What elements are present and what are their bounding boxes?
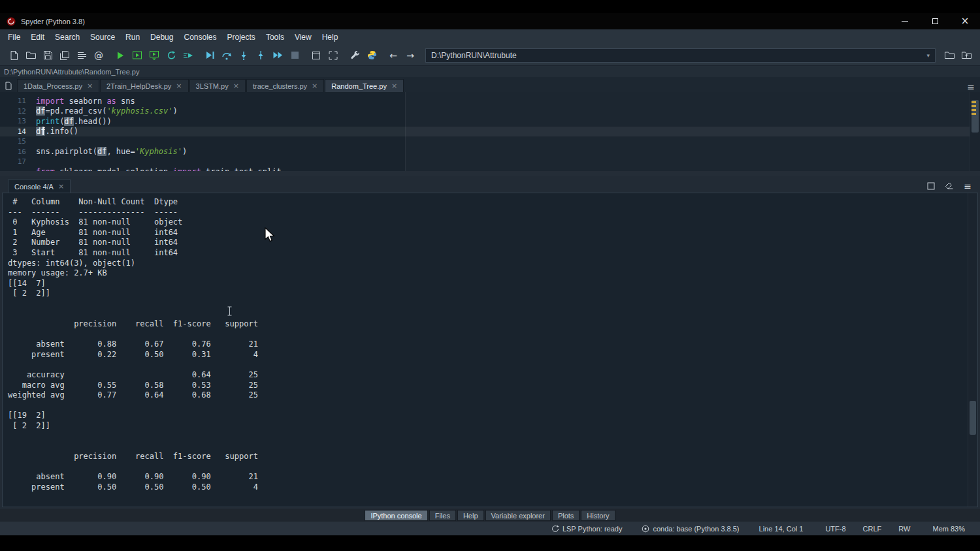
file-switcher-icon[interactable]	[73, 47, 90, 64]
open-file-icon[interactable]	[22, 47, 39, 64]
console-options-menu-icon[interactable]: ≡	[962, 180, 973, 192]
code-token: =pd.read_csv(	[45, 106, 106, 116]
navigate-forward-icon[interactable]: →	[402, 47, 419, 64]
editor-line: 12 df=pd.read_csv('kyphosis.csv')	[0, 106, 980, 117]
console-scrollbar[interactable]	[968, 193, 977, 507]
run-selection-icon[interactable]	[180, 47, 197, 64]
fullscreen-icon[interactable]	[325, 47, 342, 64]
run-cell-advance-icon[interactable]	[146, 47, 163, 64]
new-file-icon[interactable]	[5, 47, 22, 64]
menu-item-projects[interactable]: Projects	[222, 29, 261, 45]
rerun-cell-icon[interactable]	[163, 47, 180, 64]
menu-item-source[interactable]: Source	[85, 29, 120, 45]
tab-label: Help	[463, 512, 478, 520]
editor-tab-2train-helpdesk[interactable]: 2Train_HelpDesk.py ×	[100, 79, 188, 92]
line-number: 13	[0, 117, 36, 125]
menu-item-consoles[interactable]: Consoles	[178, 29, 221, 45]
editor-scrollbar[interactable]	[970, 92, 980, 171]
stop-debug-icon[interactable]	[286, 47, 303, 64]
tab-ipython-console[interactable]: IPython console	[365, 510, 427, 521]
maximize-pane-icon[interactable]	[308, 47, 325, 64]
editor-tab-random-tree[interactable]: Random_Tree.py ×	[325, 79, 404, 92]
step-into-icon[interactable]	[235, 47, 252, 64]
memory-status: Mem 83%	[932, 525, 965, 533]
code-token: )	[173, 106, 178, 116]
remove-variables-icon[interactable]	[943, 180, 955, 192]
at-glyph: @	[94, 50, 103, 61]
occurrence-flag	[972, 113, 976, 115]
close-button[interactable]: ×	[950, 13, 980, 29]
working-directory-combobox[interactable]: D:\PythonRUN\Attrubute ▾	[425, 48, 936, 63]
tab-help[interactable]: Help	[457, 510, 484, 521]
pythonpath-manager-icon[interactable]	[363, 47, 380, 64]
code-text: print(df.head())	[36, 117, 112, 126]
find-symbols-icon[interactable]: @	[90, 47, 107, 64]
tab-close-icon[interactable]: ×	[233, 82, 239, 89]
menu-item-run[interactable]: Run	[120, 29, 145, 45]
hamburger-glyph: ≡	[964, 181, 972, 191]
debug-continue-icon[interactable]	[269, 47, 286, 64]
navigate-back-icon[interactable]: ←	[385, 47, 402, 64]
step-over-icon[interactable]	[218, 47, 235, 64]
code-token: import	[36, 97, 64, 106]
spyder-window: Spyder (Python 3.8) × File Edit Search S…	[0, 0, 980, 551]
code-token: sns	[116, 97, 135, 106]
menu-item-debug[interactable]: Debug	[145, 29, 178, 45]
run-file-icon[interactable]	[112, 47, 129, 64]
minimize-button[interactable]	[890, 13, 920, 29]
debug-file-icon[interactable]	[201, 47, 218, 64]
code-token: )	[182, 147, 187, 156]
conda-icon	[642, 525, 649, 533]
editor-current-line: 14 df.info()	[0, 127, 980, 137]
interrupt-kernel-icon[interactable]	[925, 180, 937, 192]
conda-env-text: conda: base (Python 3.8.5)	[653, 525, 739, 533]
code-token: seaborn	[64, 97, 106, 106]
menu-item-edit[interactable]: Edit	[25, 29, 50, 45]
file-list-icon[interactable]	[0, 79, 17, 92]
tab-label: Variable explorer	[491, 512, 545, 520]
code-token: 'kyphosis.csv'	[106, 106, 172, 116]
tab-variable-explorer[interactable]: Variable explorer	[485, 510, 551, 521]
tab-files[interactable]: Files	[429, 510, 456, 521]
preferences-wrench-icon[interactable]	[346, 47, 363, 64]
tab-label: IPython console	[370, 512, 421, 520]
encoding-status: UTF-8	[825, 525, 845, 533]
tab-close-icon[interactable]: ×	[391, 82, 397, 89]
console-tab-bar: Console 4/A × ≡	[0, 176, 980, 193]
parent-directory-icon[interactable]	[958, 47, 975, 64]
code-editor[interactable]: 11 import seaborn as sns 12 df=pd.read_c…	[0, 92, 980, 171]
window-controls: ×	[890, 13, 980, 29]
occurrence-flag	[972, 109, 976, 111]
maximize-button[interactable]	[920, 13, 950, 29]
pane-splitter[interactable]	[0, 171, 980, 176]
save-all-icon[interactable]	[56, 47, 73, 64]
browse-working-directory-icon[interactable]	[941, 47, 958, 64]
tab-close-icon[interactable]: ×	[176, 82, 182, 89]
step-out-icon[interactable]	[252, 47, 269, 64]
code-token: df	[97, 147, 106, 156]
console-scrollbar-handle[interactable]	[970, 401, 976, 435]
menu-item-search[interactable]: Search	[50, 29, 85, 45]
code-text: df=pd.read_csv('kyphosis.csv')	[36, 106, 178, 116]
editor-tab-trace-clusters[interactable]: trace_clusters.py ×	[246, 79, 324, 92]
menu-item-view[interactable]: View	[289, 29, 317, 45]
console-output[interactable]: # Column Non-Null Count Dtype --- ------…	[2, 193, 978, 507]
line-number: 17	[0, 157, 36, 166]
browse-tabs-menu-icon[interactable]: ≡	[962, 82, 980, 92]
run-cell-icon[interactable]	[129, 47, 146, 64]
file-path-bar: D:\PythonRUN\Attrubute\Random_Tree.py	[0, 66, 980, 77]
tab-history[interactable]: History	[581, 510, 615, 521]
save-icon[interactable]	[39, 47, 56, 64]
tab-close-icon[interactable]: ×	[87, 82, 93, 89]
menu-item-file[interactable]: File	[3, 29, 25, 45]
tab-close-icon[interactable]: ×	[58, 183, 64, 190]
editor-tab-1data-process[interactable]: 1Data_Process.py ×	[17, 79, 99, 92]
tab-close-icon[interactable]: ×	[312, 82, 318, 89]
menu-item-tools[interactable]: Tools	[261, 29, 289, 45]
console-tab[interactable]: Console 4/A ×	[8, 179, 71, 193]
editor-tab-3lstm[interactable]: 3LSTM.py ×	[189, 79, 246, 92]
menu-item-help[interactable]: Help	[317, 29, 344, 45]
conda-env-status: conda: base (Python 3.8.5)	[642, 525, 739, 533]
code-token: df	[64, 117, 73, 126]
tab-plots[interactable]: Plots	[552, 510, 580, 521]
